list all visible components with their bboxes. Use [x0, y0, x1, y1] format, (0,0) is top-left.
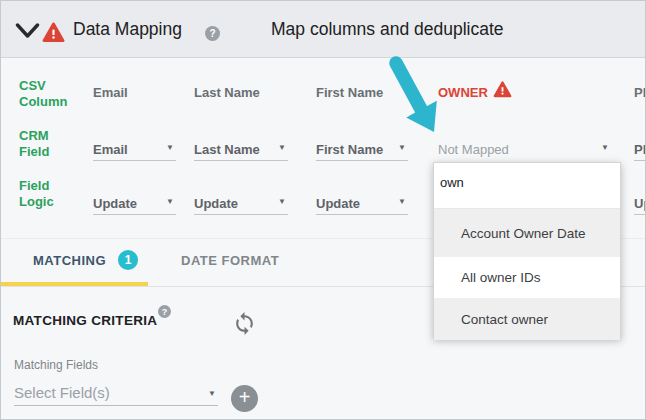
csv-header-first-name: First Name — [316, 85, 383, 100]
csv-header-phone-clipped: PH — [634, 85, 646, 100]
refresh-icon[interactable] — [232, 311, 257, 336]
select-fields-dropdown[interactable]: Select Field(s) ▼ — [14, 381, 218, 406]
tab-date-format[interactable]: DATE FORMAT — [181, 253, 279, 268]
owner-warning-icon — [493, 81, 512, 98]
dropdown-option-account-owner-date[interactable]: Account Owner Date — [434, 209, 620, 257]
row-label-crm-field: CRM Field — [19, 128, 75, 160]
dropdown-search-input[interactable] — [440, 175, 610, 190]
dropdown-option-all-owner-ids[interactable]: All owner IDs — [434, 257, 620, 298]
page-title: Data Mapping — [73, 19, 182, 40]
crm-field-dropdown-email[interactable]: Email ▼ — [93, 139, 176, 161]
field-logic-dropdown-email[interactable]: Update ▼ — [93, 193, 176, 215]
data-mapping-panel: Data Mapping ? Map columns and deduplica… — [0, 0, 646, 420]
crm-field-dropdown-phone-clipped[interactable]: Ph — [634, 139, 646, 161]
csv-header-last-name: Last Name — [194, 85, 260, 100]
matching-fields-label: Matching Fields — [14, 358, 98, 372]
collapse-chevron-icon[interactable] — [15, 23, 40, 39]
csv-header-owner: OWNER — [438, 85, 488, 100]
chevron-down-icon: ▼ — [398, 143, 406, 152]
field-logic-dropdown-phone-clipped[interactable]: Up — [634, 193, 646, 215]
chevron-down-icon: ▼ — [278, 143, 286, 152]
chevron-down-icon: ▼ — [398, 197, 406, 206]
matching-count-badge: 1 — [118, 250, 138, 270]
crm-field-dropdown-last-name[interactable]: Last Name ▼ — [194, 139, 288, 161]
add-matching-field-button[interactable]: + — [231, 385, 258, 412]
page-subtitle: Map columns and deduplicate — [271, 19, 504, 40]
tab-matching[interactable]: MATCHING — [33, 253, 106, 268]
field-logic-dropdown-first-name[interactable]: Update ▼ — [316, 193, 408, 215]
chevron-down-icon: ▼ — [278, 197, 286, 206]
pointer-arrow-annotation — [377, 53, 443, 139]
chevron-down-icon: ▼ — [208, 389, 216, 398]
crm-field-dropdown-owner[interactable]: Not Mapped ▼ — [438, 139, 611, 161]
row-label-csv-column: CSV Column — [19, 78, 75, 110]
chevron-down-icon: ▼ — [166, 197, 174, 206]
chevron-down-icon: ▼ — [166, 143, 174, 152]
csv-header-email: Email — [93, 85, 128, 100]
warning-icon — [42, 22, 65, 43]
dropdown-search-row — [434, 163, 620, 209]
crm-field-dropdown-first-name[interactable]: First Name ▼ — [316, 139, 408, 161]
row-label-field-logic: Field Logic — [19, 178, 75, 210]
field-logic-dropdown-last-name[interactable]: Update ▼ — [194, 193, 288, 215]
help-icon[interactable]: ? — [158, 305, 171, 318]
chevron-down-icon: ▼ — [601, 143, 609, 152]
matching-criteria-title: MATCHING CRITERIA — [13, 313, 157, 328]
dropdown-option-contact-owner[interactable]: Contact owner — [434, 298, 620, 340]
section-header: Data Mapping ? Map columns and deduplica… — [1, 1, 645, 58]
help-icon[interactable]: ? — [205, 26, 220, 41]
owner-field-dropdown-panel: Account Owner Date All owner IDs Contact… — [433, 162, 621, 339]
